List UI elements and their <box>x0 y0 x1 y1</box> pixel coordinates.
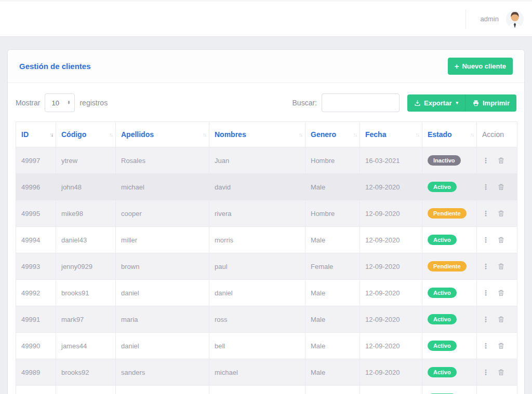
status-badge: Activo <box>428 182 457 192</box>
cell-codigo: mike98 <box>56 200 116 227</box>
column-label: Código <box>61 130 86 139</box>
table-row: 49988paul95rogersrossMale12-09-2020Activ… <box>16 386 517 394</box>
new-client-label: Nuevo cliente <box>462 62 506 70</box>
delete-button[interactable] <box>498 210 504 217</box>
column-header-fecha[interactable]: Fecha↑↓ <box>360 122 422 147</box>
print-button[interactable]: Imprimir <box>465 94 516 112</box>
delete-button[interactable] <box>498 289 504 296</box>
row-menu-button[interactable]: ⋮ <box>482 289 489 296</box>
avatar[interactable] <box>506 10 524 28</box>
cell-fecha: 12-09-2020 <box>360 306 422 333</box>
cell-estado: Activo <box>422 333 477 359</box>
cell-genero: Female <box>305 253 360 280</box>
status-badge: Pendiente <box>428 208 467 219</box>
cell-nombres: ross <box>209 386 305 394</box>
table-row: 49994daniel43millermorrisMale12-09-2020A… <box>16 227 517 253</box>
cell-genero: Hombre <box>305 147 360 174</box>
row-menu-button[interactable]: ⋮ <box>482 342 489 349</box>
column-header-apellidos[interactable]: Apellidos↑↓ <box>116 122 209 147</box>
cell-fecha: 12-09-2020 <box>360 280 422 306</box>
cell-fecha: 16-03-2021 <box>360 147 422 174</box>
search-input[interactable] <box>322 93 400 112</box>
cell-apellidos: Rosales <box>116 147 209 174</box>
cell-id: 49989 <box>16 359 56 386</box>
cell-estado: Pendiente <box>422 200 477 227</box>
status-badge: Activo <box>428 341 457 351</box>
column-header-codigo[interactable]: Código↑↓ <box>56 122 116 147</box>
cell-fecha: 12-09-2020 <box>360 200 422 227</box>
card-header: Gestión de clientes + Nuevo cliente <box>8 50 524 83</box>
delete-button[interactable] <box>498 342 504 349</box>
cell-accion: ⋮ <box>477 306 517 333</box>
status-badge: Activo <box>428 314 457 324</box>
sort-arrows-icon: ↑↓ <box>353 132 356 138</box>
sort-arrows-icon: ↑↓ <box>299 132 302 138</box>
cell-id: 49990 <box>16 333 56 359</box>
delete-button[interactable] <box>498 369 504 376</box>
cell-estado: Activo <box>422 359 477 386</box>
table-row: 49990james44danielbellMale12-09-2020Acti… <box>16 333 517 359</box>
cell-genero: Male <box>305 333 360 359</box>
printer-icon <box>472 100 480 106</box>
cell-id: 49993 <box>16 253 56 280</box>
cell-estado: Pendiente <box>422 253 477 280</box>
column-header-estado[interactable]: Estado↑↓ <box>422 122 477 147</box>
cell-nombres: michael <box>209 359 305 386</box>
cell-id: 49992 <box>16 280 56 306</box>
sort-arrows-icon: ↑↓ <box>203 132 206 138</box>
cell-estado: Inactivo <box>422 147 477 174</box>
row-menu-button[interactable]: ⋮ <box>482 157 489 164</box>
delete-button[interactable] <box>498 183 504 191</box>
new-client-button[interactable]: + Nuevo cliente <box>448 58 513 75</box>
row-menu-button[interactable]: ⋮ <box>482 210 489 217</box>
page-size-select[interactable]: 10 ▲▼ <box>45 93 75 112</box>
row-menu-button[interactable]: ⋮ <box>482 183 489 191</box>
cell-accion: ⋮ <box>477 333 517 359</box>
delete-button[interactable] <box>498 316 504 323</box>
cell-estado: Activo <box>422 174 477 200</box>
cell-apellidos: brown <box>116 253 209 280</box>
cell-fecha: 12-09-2020 <box>360 333 422 359</box>
download-icon <box>414 100 421 106</box>
column-header-genero[interactable]: Genero↑↓ <box>305 122 360 147</box>
row-menu-button[interactable]: ⋮ <box>482 263 489 270</box>
delete-button[interactable] <box>498 263 504 270</box>
table-row: 49997ytrewRosalesJuanHombre16-03-2021Ina… <box>16 147 517 174</box>
page-background: Gestión de clientes + Nuevo cliente Most… <box>0 37 532 394</box>
cell-estado: Activo <box>422 227 477 253</box>
cell-nombres: daniel <box>209 280 305 306</box>
cell-accion: ⋮ <box>477 147 517 174</box>
sort-arrows-icon: ↑↓ <box>109 132 112 138</box>
row-menu-button[interactable]: ⋮ <box>482 369 489 376</box>
cell-nombres: bell <box>209 333 305 359</box>
cell-id: 49996 <box>16 174 56 200</box>
cell-genero: Male <box>305 227 360 253</box>
cell-fecha: 12-09-2020 <box>360 227 422 253</box>
table-row: 49989brooks92sandersmichaelMale12-09-202… <box>16 359 517 386</box>
print-label: Imprimir <box>483 99 510 107</box>
row-menu-button[interactable]: ⋮ <box>482 316 489 323</box>
user-menu-label[interactable]: admin <box>481 15 499 23</box>
page-size-value: 10 <box>51 99 59 107</box>
search-label: Buscar: <box>292 99 317 107</box>
topbar-divider <box>466 9 466 29</box>
cell-apellidos: maria <box>116 306 209 333</box>
cell-apellidos: daniel <box>116 333 209 359</box>
user-avatar-image <box>506 10 524 28</box>
export-button[interactable]: Exportar ▾ <box>407 94 465 112</box>
cell-id: 49995 <box>16 200 56 227</box>
plus-icon: + <box>455 62 459 70</box>
card-body: Mostrar 10 ▲▼ registros Buscar: <box>8 83 524 394</box>
column-label: ID <box>21 130 29 139</box>
column-header-accion: Accion <box>477 122 517 147</box>
delete-button[interactable] <box>498 236 504 243</box>
column-header-nombres[interactable]: Nombres↑↓ <box>209 122 305 147</box>
cell-fecha: 12-09-2020 <box>360 253 422 280</box>
cell-accion: ⋮ <box>477 174 517 200</box>
delete-button[interactable] <box>498 157 504 164</box>
row-menu-button[interactable]: ⋮ <box>482 236 489 243</box>
clients-table: ID↑↓Código↑↓Apellidos↑↓Nombres↑↓Genero↑↓… <box>16 121 517 394</box>
sort-arrows-icon: ↑↓ <box>416 132 419 138</box>
column-label: Genero <box>311 130 336 139</box>
column-header-id[interactable]: ID↑↓ <box>16 122 56 147</box>
